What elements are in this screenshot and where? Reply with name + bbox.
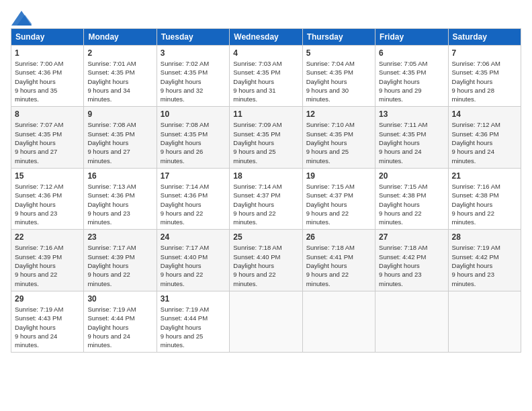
daylight-label: Daylight hours [233,262,274,269]
daylight-duration: 9 hours and 22 minutes. [161,210,203,226]
daylight-label: Daylight hours [87,139,128,146]
day-number: 15 [15,171,80,181]
daylight-label: Daylight hours [87,78,128,85]
daylight-label: Daylight hours [452,201,493,208]
daylight-label: Daylight hours [161,78,202,85]
daylight-label: Daylight hours [87,262,128,269]
sunset-label: Sunset: 4:35 PM [306,130,353,138]
sunset-label: Sunset: 4:39 PM [15,253,62,261]
day-number: 14 [452,109,517,119]
day-number: 29 [15,294,80,304]
calendar-day-cell: 8 Sunrise: 7:07 AM Sunset: 4:35 PM Dayli… [11,107,84,168]
day-number: 21 [452,171,517,181]
day-info: Sunrise: 7:12 AM Sunset: 4:36 PM Dayligh… [452,120,517,165]
day-info: Sunrise: 7:19 AM Sunset: 4:44 PM Dayligh… [161,305,226,349]
daylight-label: Daylight hours [15,324,56,331]
daylight-label: Daylight hours [87,201,128,208]
sunrise-label: Sunrise: 7:14 AM [161,183,209,190]
calendar-day-cell: 14 Sunrise: 7:12 AM Sunset: 4:36 PM Dayl… [448,107,521,168]
day-number: 26 [306,232,371,242]
daylight-label: Daylight hours [15,139,56,146]
sunset-label: Sunset: 4:35 PM [379,68,426,76]
sunrise-label: Sunrise: 7:16 AM [15,244,63,251]
daylight-label: Daylight hours [452,78,493,85]
sunrise-label: Sunrise: 7:15 AM [379,183,427,190]
daylight-duration: 9 hours and 24 minutes. [379,148,421,164]
day-number: 30 [87,294,152,304]
day-number: 4 [233,48,298,58]
day-number: 22 [15,232,80,242]
daylight-duration: 9 hours and 22 minutes. [15,271,57,287]
day-number: 7 [452,48,517,58]
daylight-duration: 9 hours and 25 minutes. [233,148,275,164]
page-header [11,11,521,23]
sunset-label: Sunset: 4:35 PM [452,68,499,76]
day-number: 12 [306,109,371,119]
day-number: 17 [161,171,226,181]
weekday-header: Thursday [302,29,375,46]
daylight-label: Daylight hours [15,262,56,269]
day-info: Sunrise: 7:19 AM Sunset: 4:43 PM Dayligh… [15,305,80,349]
calendar-day-cell: 13 Sunrise: 7:11 AM Sunset: 4:35 PM Dayl… [375,107,448,168]
sunrise-label: Sunrise: 7:08 AM [87,121,136,128]
daylight-duration: 9 hours and 22 minutes. [161,271,203,287]
daylight-label: Daylight hours [161,262,202,269]
sunset-label: Sunset: 4:43 PM [15,314,62,322]
daylight-label: Daylight hours [306,201,347,208]
calendar-day-cell: 22 Sunrise: 7:16 AM Sunset: 4:39 PM Dayl… [11,230,84,291]
sunrise-label: Sunrise: 7:17 AM [161,244,209,251]
daylight-label: Daylight hours [161,324,202,331]
calendar-day-cell: 5 Sunrise: 7:04 AM Sunset: 4:35 PM Dayli… [302,46,375,107]
calendar-day-cell: 12 Sunrise: 7:10 AM Sunset: 4:35 PM Dayl… [302,107,375,168]
sunset-label: Sunset: 4:35 PM [233,68,280,76]
logo [11,11,32,23]
calendar-day-cell: 11 Sunrise: 7:09 AM Sunset: 4:35 PM Dayl… [230,107,302,168]
calendar-day-cell: 3 Sunrise: 7:02 AM Sunset: 4:35 PM Dayli… [157,46,229,107]
calendar-week-row: 8 Sunrise: 7:07 AM Sunset: 4:35 PM Dayli… [11,107,521,168]
sunrise-label: Sunrise: 7:08 AM [161,121,209,128]
daylight-duration: 9 hours and 23 minutes. [452,271,494,287]
calendar-week-row: 15 Sunrise: 7:12 AM Sunset: 4:36 PM Dayl… [11,168,521,229]
daylight-label: Daylight hours [379,262,420,269]
daylight-label: Daylight hours [306,139,347,146]
sunrise-label: Sunrise: 7:16 AM [452,183,500,190]
day-number: 3 [161,48,226,58]
sunrise-label: Sunrise: 7:19 AM [15,306,63,313]
daylight-duration: 9 hours and 23 minutes. [15,210,57,226]
day-info: Sunrise: 7:18 AM Sunset: 4:40 PM Dayligh… [233,243,298,287]
day-info: Sunrise: 7:08 AM Sunset: 4:35 PM Dayligh… [161,120,226,165]
daylight-duration: 9 hours and 22 minutes. [87,271,130,287]
daylight-label: Daylight hours [87,324,128,331]
daylight-duration: 9 hours and 25 minutes. [161,332,203,349]
sunset-label: Sunset: 4:36 PM [452,130,499,138]
calendar-day-cell: 19 Sunrise: 7:15 AM Sunset: 4:37 PM Dayl… [302,168,375,229]
day-info: Sunrise: 7:10 AM Sunset: 4:35 PM Dayligh… [306,120,371,165]
weekday-header: Wednesday [230,29,302,46]
daylight-label: Daylight hours [233,201,274,208]
daylight-label: Daylight hours [15,78,56,85]
day-number: 6 [379,48,444,58]
day-info: Sunrise: 7:01 AM Sunset: 4:35 PM Dayligh… [87,59,152,103]
sunset-label: Sunset: 4:42 PM [379,253,426,261]
sunrise-label: Sunrise: 7:19 AM [161,306,209,313]
daylight-duration: 9 hours and 28 minutes. [452,87,494,103]
day-info: Sunrise: 7:17 AM Sunset: 4:40 PM Dayligh… [161,243,226,287]
day-info: Sunrise: 7:15 AM Sunset: 4:38 PM Dayligh… [379,182,444,226]
daylight-duration: 9 hours and 22 minutes. [306,271,349,287]
day-info: Sunrise: 7:02 AM Sunset: 4:35 PM Dayligh… [161,59,226,103]
calendar-day-cell: 1 Sunrise: 7:00 AM Sunset: 4:36 PM Dayli… [11,46,84,107]
day-number: 9 [87,109,152,119]
sunset-label: Sunset: 4:44 PM [161,314,208,322]
day-info: Sunrise: 7:00 AM Sunset: 4:36 PM Dayligh… [15,59,80,103]
day-number: 19 [306,171,371,181]
day-info: Sunrise: 7:19 AM Sunset: 4:42 PM Dayligh… [452,243,517,287]
sunset-label: Sunset: 4:35 PM [161,68,208,76]
day-info: Sunrise: 7:15 AM Sunset: 4:37 PM Dayligh… [306,182,371,226]
sunset-label: Sunset: 4:39 PM [87,253,134,261]
calendar-day-cell [230,291,302,352]
daylight-duration: 9 hours and 24 minutes. [452,148,494,164]
daylight-duration: 9 hours and 24 minutes. [15,332,57,349]
calendar-table: SundayMondayTuesdayWednesdayThursdayFrid… [11,28,521,353]
weekday-header: Tuesday [157,29,229,46]
sunset-label: Sunset: 4:35 PM [15,130,62,138]
